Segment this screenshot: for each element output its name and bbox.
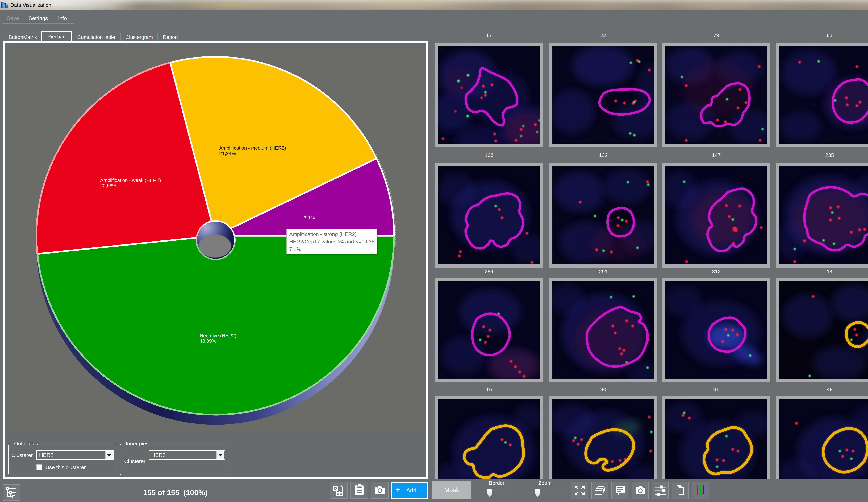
svg-text:X: X [334,486,337,490]
